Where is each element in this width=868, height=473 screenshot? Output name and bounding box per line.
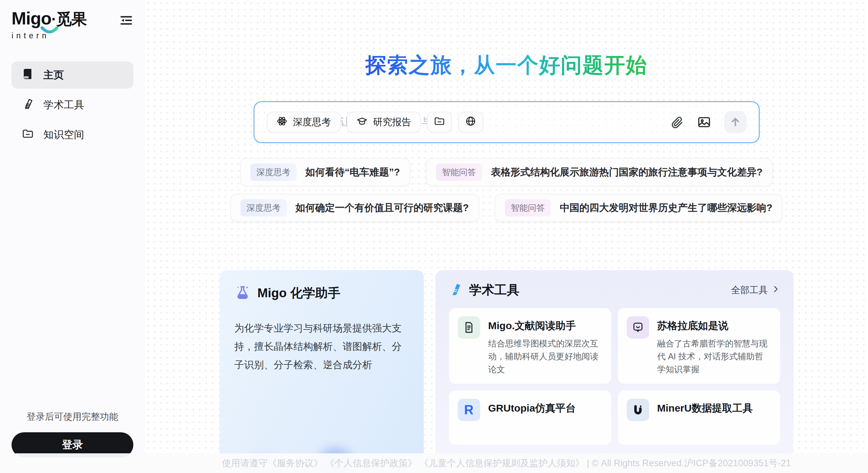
blue-pen-icon [449,282,463,298]
chip-tag: 智能问答 [505,199,551,216]
tools-card-title: 学术工具 [469,282,520,299]
tools-title-row: 学术工具 [449,282,520,299]
footer-legal-text: 使用请遵守《服务协议》 《个人信息保护政策》 《儿童个人信息保护规则及监护人须知… [222,457,791,469]
chemistry-card-header: Migo 化学助手 [234,284,409,302]
folder-icon [434,115,445,129]
login-hint: 登录后可使用完整功能 [12,411,133,423]
question-composer[interactable]: 输入问题，让 Migo 陪你探索与学习 深度思考 [253,101,760,143]
chemistry-assistant-card[interactable]: Migo 化学助手 为化学专业学习与科研场景提供强大支持，擅长晶体结构解析、谱图… [220,270,424,473]
tool-item-socrates[interactable]: 苏格拉底如是说 融合了古希腊哲学的智慧与现代 AI 技术，对话形式辅助哲学知识掌… [618,308,780,384]
flask-sparkle-icon [234,284,251,302]
suggestion-row-1: 深度思考 如何看待“电车难题”? 智能问答 表格形式结构化展示旅游热门国家的旅行… [240,158,773,186]
tool-item-grutopia[interactable]: R GRUtopia仿真平台 [449,391,611,445]
all-tools-link[interactable]: 全部工具 [731,284,780,296]
page-title: 探索之旅，从一个好问题开始 [365,51,648,79]
r-logo-icon: R [458,399,480,421]
book-icon [22,68,34,82]
tool-desc: 融合了古希腊哲学的智慧与现代 AI 技术，对话形式辅助哲学知识掌握 [657,337,771,376]
sidebar-spacer [12,148,133,411]
deep-think-button[interactable]: 深度思考 [267,112,341,133]
chip-tag: 深度思考 [241,199,287,216]
chip-text: 中国的四大发明对世界历史产生了哪些深远影响? [560,201,773,215]
sidebar-item-knowledge-space[interactable]: 知识空间 [12,121,133,148]
sidebar-nav: 主页 学术工具 知识空间 [12,61,133,148]
academic-tools-card: 学术工具 全部工具 [435,270,794,473]
chip-text: 如何确定一个有价值且可行的研究课题? [296,201,469,215]
tools-grid: Migo.文献阅读助手 结合思维导图模式的深层次互动，辅助科研人员更好地阅读论文 [449,308,780,445]
chip-text: 表格形式结构化展示旅游热门国家的旅行注意事项与文化差异? [491,166,763,179]
suggestion-row-2: 深度思考 如何确定一个有价值且可行的研究课题? 智能问答 中国的四大发明对世界历… [230,194,782,222]
footer-bar: 使用请遵守《服务协议》 《个人信息保护政策》 《儿童个人信息保护规则及监护人须知… [0,453,868,473]
send-button[interactable] [724,111,747,133]
globe-icon [465,115,476,129]
app-logo: Migo·觅果 intern [12,10,87,40]
tool-name: MinerU数据提取工具 [657,401,753,415]
tools-card-header: 学术工具 全部工具 [449,282,780,299]
chip-tag: 智能问答 [436,164,482,181]
all-tools-label: 全部工具 [731,284,768,296]
suggestion-chip[interactable]: 智能问答 中国的四大发明对世界历史产生了哪些深远影响? [495,194,783,222]
tool-item-literature-reader[interactable]: Migo.文献阅读助手 结合思维导图模式的深层次互动，辅助科研人员更好地阅读论文 [449,308,611,384]
tool-text: MinerU数据提取工具 [657,399,753,437]
chemistry-card-description: 为化学专业学习与科研场景提供强大支持，擅长晶体结构解析、谱图解析、分子识别、分子… [234,319,409,374]
suggestion-chips: 深度思考 如何看待“电车难题”? 智能问答 表格形式结构化展示旅游热门国家的旅行… [230,158,782,222]
sidebar-item-academic-tools[interactable]: 学术工具 [12,91,133,118]
research-report-label: 研究报告 [373,116,411,129]
sidebar-collapse-icon[interactable] [119,14,133,27]
feature-cards: Migo 化学助手 为化学专业学习与科研场景提供强大支持，擅长晶体结构解析、谱图… [220,270,794,473]
composer-toolbar: 深度思考 研究报告 [267,111,747,133]
tool-text: 苏格拉底如是说 融合了古希腊哲学的智慧与现代 AI 技术，对话形式辅助哲学知识掌… [657,316,771,376]
tool-item-mineru[interactable]: MinerU数据提取工具 [618,391,780,445]
chip-tag: 深度思考 [250,164,297,181]
paperclip-icon[interactable] [671,115,684,129]
tool-desc: 结合思维导图模式的深层次互动，辅助科研人员更好地阅读论文 [488,337,602,376]
sidebar: Migo·觅果 intern [0,0,145,473]
tool-name: GRUtopia仿真平台 [488,401,576,415]
mineru-logo-icon [627,399,649,421]
send-arrow-icon [729,115,742,129]
tool-text: GRUtopia仿真平台 [488,399,576,437]
sidebar-item-label: 主页 [43,68,64,82]
suggestion-chip[interactable]: 深度思考 如何确定一个有价值且可行的研究课题? [230,194,479,222]
sidebar-item-label: 学术工具 [43,98,84,112]
atom-icon [276,115,288,129]
sidebar-item-home[interactable]: 主页 [12,61,133,89]
chevron-right-icon [771,285,780,296]
deep-think-label: 深度思考 [293,116,331,129]
suggestion-chip[interactable]: 智能问答 表格形式结构化展示旅游热门国家的旅行注意事项与文化差异? [426,158,773,186]
logo-en: Migo [12,8,51,28]
graduation-cap-icon [356,115,368,129]
document-icon [458,316,480,339]
app-window: Migo·觅果 intern [0,0,868,473]
image-icon[interactable] [697,115,711,129]
tool-name: Migo.文献阅读助手 [488,319,602,333]
logo-smile-arc-icon [41,26,58,35]
chat-smile-icon [627,316,649,339]
logo-zh: ·觅果 [51,10,87,28]
sidebar-item-label: 知识空间 [43,128,84,142]
tool-name: 苏格拉底如是说 [657,319,771,333]
folder-icon [22,128,34,142]
folder-tool-button[interactable] [427,112,452,133]
tool-text: Migo.文献阅读助手 结合思维导图模式的深层次互动，辅助科研人员更好地阅读论文 [488,316,602,376]
research-report-button[interactable]: 研究报告 [347,112,421,133]
sidebar-header: Migo·觅果 intern [12,10,133,40]
web-search-button[interactable] [458,112,483,133]
chemistry-card-title: Migo 化学助手 [258,285,341,302]
pen-icon [22,98,34,112]
composer-toolbar-right [671,111,747,133]
logo-wordmark: Migo·觅果 [12,10,87,27]
main-content: 探索之旅，从一个好问题开始 输入问题，让 Migo 陪你探索与学习 [145,0,868,473]
chip-text: 如何看待“电车难题”? [305,166,400,179]
suggestion-chip[interactable]: 深度思考 如何看待“电车难题”? [240,158,410,186]
composer-toolbar-left: 深度思考 研究报告 [267,112,483,133]
